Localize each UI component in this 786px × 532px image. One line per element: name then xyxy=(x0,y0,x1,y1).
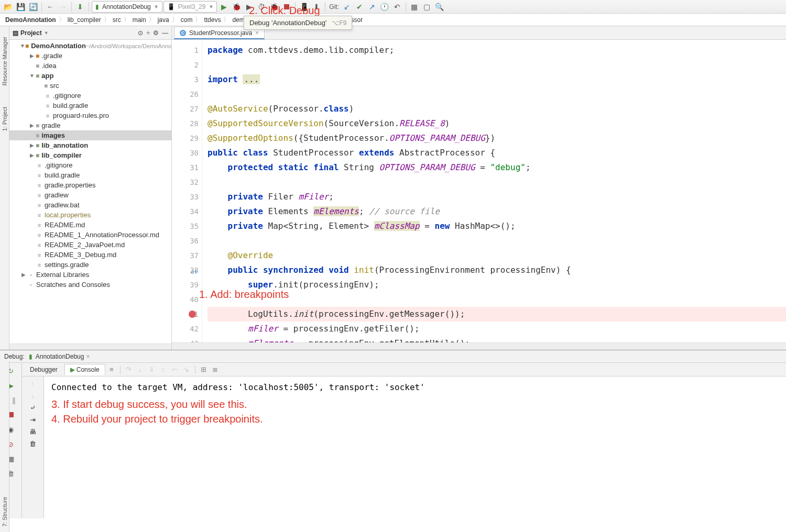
avd-icon[interactable]: 📱 xyxy=(298,1,310,13)
close-debug-icon[interactable]: × xyxy=(86,353,90,360)
tree-item[interactable]: ■.idea xyxy=(9,61,171,71)
tree-item[interactable]: ≡gradlew.bat xyxy=(9,200,171,210)
breadcrumb-item[interactable]: src xyxy=(111,16,123,24)
tree-item[interactable]: ≡proguard-rules.pro xyxy=(9,110,171,120)
soft-wrap-icon[interactable]: ⤶ xyxy=(30,404,36,412)
breadcrumb-item[interactable]: lib_compiler xyxy=(66,16,103,24)
forward-icon[interactable]: → xyxy=(57,1,69,13)
build-icon[interactable]: ⬇ xyxy=(74,1,86,13)
breadcrumb-item[interactable]: main xyxy=(130,16,148,24)
tree-item[interactable]: ≡settings.gradle xyxy=(9,260,171,270)
close-tab-icon[interactable]: × xyxy=(255,29,259,37)
gutter[interactable]: 1232627282930313233343536373839404142434… xyxy=(172,40,202,342)
debug-tooltip: Debug 'AnnotationDebug' ⌥F9 xyxy=(244,16,352,30)
breadcrumb-item[interactable]: java xyxy=(156,16,171,24)
evaluate-icon[interactable]: ⊞ xyxy=(199,365,209,373)
sync-icon[interactable]: 🔄 xyxy=(27,1,39,13)
main-toolbar: 📂 💾 🔄 ← → ⬇ ▮ AnnotationDebug ▼ 📱 Pixel3… xyxy=(0,0,786,14)
console-tab[interactable]: ▶Console xyxy=(64,364,105,375)
layout-icon[interactable]: ▦ xyxy=(409,1,420,13)
resource-manager-tab[interactable]: Resource Manager xyxy=(2,37,8,86)
annotation-4: 4. Rebuild your project to trigger break… xyxy=(51,412,779,426)
step-into-icon[interactable]: ↓ xyxy=(135,365,146,373)
breadcrumb-item[interactable]: DemoAnnotation xyxy=(3,16,58,24)
tree-item[interactable]: ≡README_1_AnnotationProcessor.md xyxy=(9,230,171,240)
editor-scrollbar[interactable] xyxy=(172,342,786,350)
print-icon[interactable]: 🖶 xyxy=(29,428,36,436)
search-icon[interactable]: 🔍 xyxy=(434,1,445,13)
hide-icon[interactable]: — xyxy=(162,29,168,37)
tree-item[interactable]: ▶■gradle xyxy=(9,120,171,130)
tree-item[interactable]: ▼■app xyxy=(9,71,171,81)
drop-frame-icon[interactable]: ⤺ xyxy=(170,365,180,373)
debug-console[interactable]: Connected to the target VM, address: 'lo… xyxy=(44,376,786,518)
tree-item[interactable]: ▼■DemoAnnotation ~/Android/Workspace/Dem… xyxy=(9,41,171,51)
down-icon[interactable]: ↓ xyxy=(31,392,35,400)
run-icon[interactable]: ▶ xyxy=(218,1,230,13)
git-rollback-icon[interactable]: ↶ xyxy=(391,1,403,13)
git-history-icon[interactable]: 🕐 xyxy=(379,1,390,13)
tree-item[interactable]: ≡README_2_JavaPoet.md xyxy=(9,240,171,250)
tree-item[interactable]: ▶■lib_compiler xyxy=(9,150,171,160)
tree-item[interactable]: ≡README_3_Debug.md xyxy=(9,250,171,260)
tree-item[interactable]: ▶■.gradle xyxy=(9,51,171,61)
project-tree[interactable]: ▼■DemoAnnotation ~/Android/Workspace/Dem… xyxy=(9,40,171,343)
run-config-dropdown[interactable]: ▮ AnnotationDebug ▼ xyxy=(92,1,162,13)
stop-button[interactable] xyxy=(281,1,292,13)
clear-icon[interactable]: 🗑 xyxy=(29,440,36,448)
breadcrumb-item[interactable]: com xyxy=(179,16,195,24)
run-to-cursor-icon[interactable]: ↘ xyxy=(181,365,192,373)
trace-icon[interactable]: ≣ xyxy=(210,365,221,373)
tree-item[interactable]: ≡gradlew xyxy=(9,190,171,200)
step-over-icon[interactable]: ↷ xyxy=(124,365,134,373)
back-icon[interactable]: ← xyxy=(45,1,56,13)
run-config-label: AnnotationDebug xyxy=(102,3,151,10)
tree-scrollbar[interactable] xyxy=(9,343,171,350)
code-editor[interactable]: 1232627282930313233343536373839404142434… xyxy=(172,40,786,342)
project-header[interactable]: ▤ Project ▼ ⊙ ÷ ⚙ — xyxy=(9,26,171,40)
code-content[interactable]: package com.ttdevs.demo.lib.compiler;imp… xyxy=(202,40,786,342)
tree-item[interactable]: ≡local.properties xyxy=(9,210,171,220)
tree-item[interactable]: ≡gradle.properties xyxy=(9,180,171,190)
tree-item[interactable]: ≡build.gradle xyxy=(9,101,171,110)
editor-area: C StudentProcessor.java × 12326272829303… xyxy=(172,26,786,350)
threads-icon[interactable]: ≡ xyxy=(106,365,117,373)
tree-item[interactable]: ■images xyxy=(9,130,171,140)
tree-item[interactable]: ≡build.gradle xyxy=(9,170,171,180)
tree-item[interactable]: ≡README.md xyxy=(9,220,171,230)
breadcrumb-item[interactable]: ttdevs xyxy=(202,16,223,24)
open-icon[interactable]: 📂 xyxy=(2,1,14,13)
debug-tabs: Debugger ▶Console ≡ ↷ ↓ ⇓ ↑ ⤺ ↘ ⊞ ≣ xyxy=(22,363,786,376)
debug-label: Debug: xyxy=(4,353,25,360)
tree-item[interactable]: ≡.gitignore xyxy=(9,91,171,101)
git-push-icon[interactable]: ↗ xyxy=(366,1,378,13)
collapse-icon[interactable]: ÷ xyxy=(146,29,150,37)
step-out-icon[interactable]: ↑ xyxy=(158,365,169,373)
window-icon[interactable]: ▢ xyxy=(421,1,433,13)
git-update-icon[interactable]: ↙ xyxy=(341,1,353,13)
tree-item[interactable]: ▫Scratches and Consoles xyxy=(9,280,171,290)
target-icon[interactable]: ⊙ xyxy=(138,29,143,37)
device-dropdown[interactable]: 📱 Pixel3_29 ▼ xyxy=(163,1,217,13)
tree-item[interactable]: ≡.gitignore xyxy=(9,160,171,170)
up-icon[interactable]: ↑ xyxy=(31,380,35,387)
attach-icon[interactable]: 🐞 xyxy=(268,1,280,13)
project-tool-tab[interactable]: 1: Project xyxy=(2,107,8,131)
debug-panel: Debug: ▮ AnnotationDebug × ↻ ▶ ❚❚ ◉ ⊘ ▦ … xyxy=(0,350,786,518)
coverage-icon[interactable]: ▶ xyxy=(243,1,255,13)
force-step-icon[interactable]: ⇓ xyxy=(147,365,157,373)
tree-item[interactable]: ▶▫External Libraries xyxy=(9,270,171,280)
console-output: Connected to the target VM, address: 'lo… xyxy=(51,381,779,394)
git-commit-icon[interactable]: ✔ xyxy=(354,1,365,13)
scroll-end-icon[interactable]: ⇥ xyxy=(30,416,36,424)
debugger-tab[interactable]: Debugger xyxy=(24,364,63,375)
tree-item[interactable]: ▶■lib_annotation xyxy=(9,140,171,150)
save-icon[interactable]: 💾 xyxy=(15,1,26,13)
debug-icon[interactable]: 🐞 xyxy=(231,1,242,13)
profile-icon[interactable]: ⏱ xyxy=(256,1,267,13)
structure-tab[interactable]: 7: Structure xyxy=(2,497,8,527)
sdk-icon[interactable]: ⬇ xyxy=(311,1,322,13)
tree-item[interactable]: ■src xyxy=(9,81,171,91)
debug-config: AnnotationDebug xyxy=(36,353,84,360)
settings-icon[interactable]: ⚙ xyxy=(153,29,159,37)
